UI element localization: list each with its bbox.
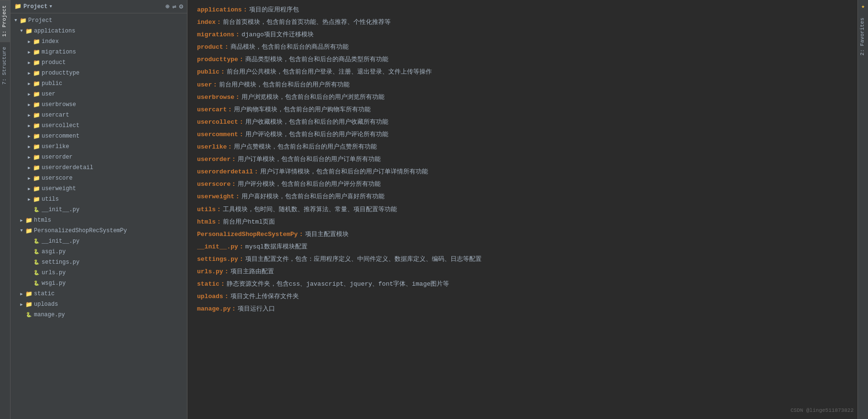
tree-item-usercomment[interactable]: 📁 usercomment: [11, 131, 187, 141]
arrow-settings: [26, 259, 33, 266]
tree-item-psrs[interactable]: 📁 PersonalizedShopRecSystemPy: [11, 226, 187, 236]
content-line: userlike：用户点赞模块，包含前台和后台的用户点赞所有功能: [197, 141, 848, 153]
tree-root[interactable]: 📁 Project: [11, 15, 187, 26]
content-line: userorderdetail：用户订单详情模块，包含前台和后台的用户订单详情所…: [197, 166, 848, 178]
content-key: uploads：: [197, 291, 230, 302]
content-value: 前台首页模块，包含前台首页功能、热点推荐、个性化推荐等: [223, 17, 391, 28]
content-line: index：前台首页模块，包含前台首页功能、热点推荐、个性化推荐等: [197, 16, 848, 29]
panel-title-text: Project: [23, 3, 47, 10]
structure-tab[interactable]: 7: Structure: [0, 42, 10, 89]
file-icon-manage: 🐍: [25, 311, 33, 319]
tree-item-userorderdetail[interactable]: 📁 userorderdetail: [11, 162, 187, 173]
folder-icon-applications: 📁: [25, 27, 33, 35]
folder-icon-userbrowse: 📁: [33, 101, 40, 108]
panel-title: 📁 Project ▼: [14, 3, 52, 10]
favorites-star[interactable]: ★: [860, 0, 866, 13]
tree-item-producttype[interactable]: 📁 producttype: [11, 68, 187, 78]
tree-item-usercart[interactable]: 📁 usercart: [11, 110, 187, 120]
content-value: 用户订单模块，包含前台和后台的用户订单所有功能: [238, 154, 381, 165]
file-icon-init-apps: 🐍: [33, 206, 40, 214]
content-key: usercomment：: [197, 129, 244, 140]
folder-icon-userlike: 📁: [33, 143, 40, 150]
arrow-asgi: [26, 248, 33, 255]
project-tab[interactable]: 1: Project: [0, 0, 10, 42]
label-usercart: usercart: [42, 112, 69, 118]
tree-item-wsgi[interactable]: 🐍 wsgi.py: [11, 278, 187, 289]
main-area: 📁 Project ▼ ⊕ ⇌ ⚙ 📁 Project 📁 applicati: [11, 0, 868, 419]
folder-icon-htmls: 📁: [25, 216, 33, 224]
tree-item-asgi[interactable]: 🐍 asgi.py: [11, 247, 187, 257]
tree-item-userorder[interactable]: 📁 userorder: [11, 152, 187, 162]
content-key: product：: [197, 42, 230, 53]
dropdown-arrow[interactable]: ▼: [49, 4, 52, 9]
content-value: 用户购物车模块，包含前台的用户购物车所有功能: [234, 105, 371, 115]
content-line: usercollect：用户收藏模块，包含前台和后台的用户收藏所有功能: [197, 116, 848, 129]
tree-item-static[interactable]: 📁 static: [11, 289, 187, 299]
folder-icon-uploads: 📁: [25, 301, 33, 308]
content-value: 前台用户模块，包含前台和后台的用户所有功能: [219, 80, 350, 90]
content-line: userscore：用户评分模块，包含前台和后台的用户评分所有功能: [197, 178, 848, 191]
file-tree: 📁 Project 📁 applications 📁 index 📁 migra…: [11, 13, 187, 419]
arrow-uploads: [18, 301, 25, 308]
label-userorderdetail: userorderdetail: [42, 164, 93, 171]
tree-item-urls[interactable]: 🐍 urls.py: [11, 268, 187, 278]
favorites-tab[interactable]: 2: Favorites: [858, 13, 868, 60]
tree-item-init-apps[interactable]: 🐍 __init__.py: [11, 204, 187, 215]
content-key: userbrowse：: [197, 92, 241, 103]
arrow-producttype: [26, 70, 33, 76]
content-line: htmls：前台用户html页面: [197, 216, 848, 228]
tree-item-uploads[interactable]: 📁 uploads: [11, 299, 187, 310]
label-init-main: __init__.py: [42, 238, 79, 245]
content-key: producttype：: [197, 54, 244, 65]
content-key: static：: [197, 279, 226, 290]
file-icon-urls: 🐍: [33, 269, 40, 277]
file-icon-wsgi: 🐍: [33, 279, 40, 287]
label-product: product: [42, 59, 66, 66]
tree-item-utils[interactable]: 📁 utils: [11, 194, 187, 204]
tree-item-migrations[interactable]: 📁 migrations: [11, 47, 187, 57]
tree-item-userscore[interactable]: 📁 userscore: [11, 173, 187, 183]
content-line: applications：项目的应用程序包: [197, 4, 848, 16]
tree-item-index[interactable]: 📁 index: [11, 36, 187, 47]
tree-item-userbrowse[interactable]: 📁 userbrowse: [11, 99, 187, 110]
arrow-usercart: [26, 112, 33, 118]
folder-icon-userscore: 📁: [33, 174, 40, 182]
tree-item-manage[interactable]: 🐍 manage.py: [11, 310, 187, 320]
content-line: __init__.py：mysql数据库模块配置: [197, 241, 848, 253]
tree-item-htmls[interactable]: 📁 htmls: [11, 215, 187, 226]
arrow-userscore: [26, 175, 33, 182]
tree-item-userweight[interactable]: 📁 userweight: [11, 183, 187, 194]
label-userweight: userweight: [42, 185, 76, 192]
content-value: 用户浏览模块，包含前台和后台的用户浏览所有功能: [242, 92, 385, 103]
split-icon[interactable]: ⇌: [172, 2, 176, 11]
label-uploads: uploads: [34, 301, 58, 308]
content-value: 项目的应用程序包: [249, 5, 299, 15]
content-line: manage.py：项目运行入口: [197, 303, 848, 315]
arrow-root: [12, 17, 19, 24]
tree-item-init-main[interactable]: 🐍 __init__.py: [11, 236, 187, 247]
tree-item-userlike[interactable]: 📁 userlike: [11, 141, 187, 152]
tree-item-product[interactable]: 📁 product: [11, 57, 187, 68]
arrow-psrs: [18, 227, 25, 234]
content-line: PersonalizedShopRecSystemPy：项目主配置模块: [197, 228, 848, 241]
label-wsgi: wsgi.py: [42, 280, 66, 287]
tree-item-applications[interactable]: 📁 applications: [11, 26, 187, 36]
arrow-userbrowse: [26, 101, 33, 108]
content-value: 项目主路由配置: [231, 267, 274, 277]
globe-icon[interactable]: ⊕: [165, 2, 169, 11]
content-value: 用户喜好模块，包含前台和后台的用户喜好所有功能: [242, 192, 385, 202]
content-key: userscore：: [197, 179, 237, 190]
label-manage: manage.py: [34, 312, 65, 318]
tree-item-usercollect[interactable]: 📁 usercollect: [11, 120, 187, 131]
label-usercomment: usercomment: [42, 133, 79, 140]
content-key: settings.py：: [197, 254, 244, 265]
arrow-manage: [18, 312, 25, 318]
tree-item-settings[interactable]: 🐍 settings.py: [11, 257, 187, 268]
folder-icon-migrations: 📁: [33, 48, 40, 56]
arrow-userorderdetail: [26, 164, 33, 171]
gear-icon[interactable]: ⚙: [179, 2, 183, 11]
tree-item-user[interactable]: 📁 user: [11, 89, 187, 99]
tree-item-public[interactable]: 📁 public: [11, 78, 187, 89]
content-line: userorder：用户订单模块，包含前台和后台的用户订单所有功能: [197, 153, 848, 166]
folder-icon-userorderdetail: 📁: [33, 164, 40, 172]
